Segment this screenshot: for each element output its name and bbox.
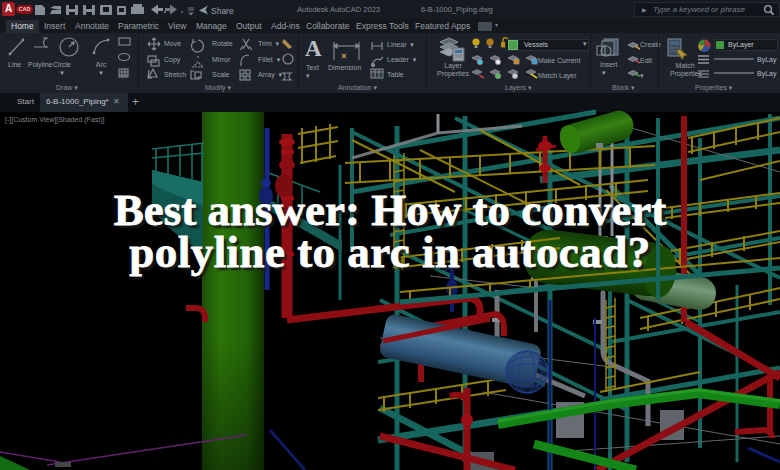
- svg-text:ByLay: ByLay: [757, 56, 777, 64]
- svg-text:ByLay: ByLay: [757, 70, 777, 78]
- svg-text:Share: Share: [211, 6, 234, 16]
